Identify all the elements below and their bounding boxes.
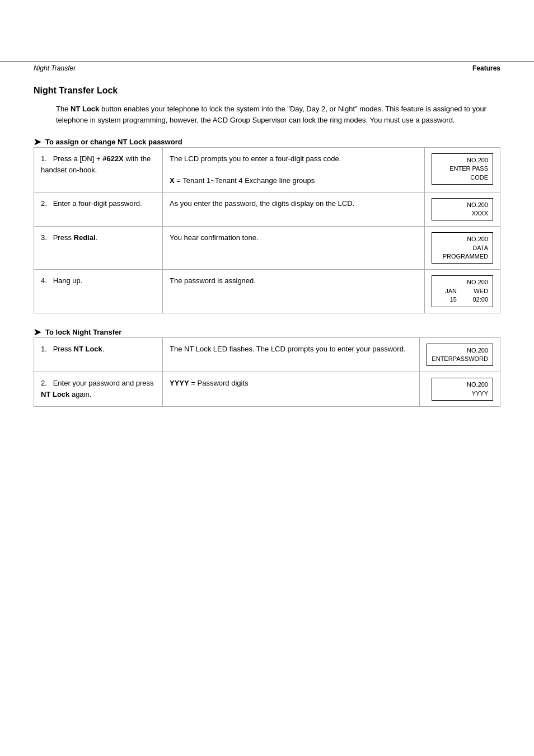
yyyy-label: YYYY: [170, 379, 189, 387]
step4-lcd: NO.200 JAN 15 WED 02:00: [425, 270, 500, 313]
lcd-line1: NO.200: [437, 381, 488, 389]
table-row: 4. Hang up. The password is assigned. NO…: [34, 270, 500, 313]
lcd-display-4: NO.200 JAN 15 WED 02:00: [432, 275, 493, 307]
lcd-left: JAN 15: [437, 287, 457, 304]
step1-lcd: NO.200 ENTER PASS CODE: [425, 148, 500, 192]
header-bar: Night Transfer Features: [0, 62, 534, 74]
s2-step1-action: 1. Press NT Lock.: [34, 337, 163, 372]
step1-action: 1. Press a [DN] + #622X with the handset…: [34, 148, 163, 192]
s2-step2-desc: YYYY = Password digits: [163, 372, 420, 407]
step2-desc: As you enter the password, the digits di…: [163, 192, 425, 227]
header-left: Night Transfer: [34, 64, 76, 72]
step1-desc: The LCD prompts you to enter a four-digi…: [163, 148, 425, 192]
arrow-icon-2: ➤: [34, 327, 41, 337]
arrow-icon: ➤: [34, 137, 41, 147]
lcd-line2: ENTER PASS CODE: [437, 165, 488, 182]
lcd-line2: JAN 15 WED 02:00: [437, 287, 488, 304]
step4-desc: The password is assigned.: [163, 270, 425, 313]
lcd-display-1: NO.200 ENTER PASS CODE: [432, 153, 493, 185]
step3-action: 3. Press Redial.: [34, 227, 163, 270]
section-intro: The NT Lock button enables your telephon…: [34, 104, 500, 125]
page: Night Transfer Features Night Transfer L…: [0, 62, 534, 756]
lcd-display-6: NO.200 YYYY: [432, 378, 493, 401]
table-row: 3. Press Redial. You hear confirmation t…: [34, 227, 500, 270]
step4-action: 4. Hang up.: [34, 270, 163, 313]
main-content: Night Transfer Lock The NT Lock button e…: [0, 74, 534, 443]
step2-lcd: NO.200 XXXX: [425, 192, 500, 227]
lcd-line1: NO.200: [437, 235, 488, 243]
subsection1-heading-text: To assign or change NT Lock password: [45, 138, 182, 146]
table-row: 1. Press a [DN] + #622X with the handset…: [34, 148, 500, 192]
s2-step1-bold: NT Lock: [74, 345, 102, 353]
lcd-line1: NO.200: [432, 346, 488, 355]
lcd-right: PASSWORD: [453, 355, 488, 363]
step3-lcd: NO.200 DATA PROGRAMMED: [425, 227, 500, 270]
subsection1-table: 1. Press a [DN] + #622X with the handset…: [34, 147, 500, 313]
step3-bold: Redial: [74, 233, 96, 242]
subsection2-heading: ➤ To lock Night Transfer: [34, 327, 500, 337]
header-right: Features: [472, 64, 500, 72]
lcd-display-5: NO.200 ENTER PASSWORD: [427, 344, 493, 367]
step1-code: #622X: [102, 154, 124, 163]
subsection2-heading-text: To lock Night Transfer: [45, 328, 121, 336]
lcd-display-3: NO.200 DATA PROGRAMMED: [432, 232, 493, 264]
subsection2-table: 1. Press NT Lock. The NT Lock LED flashe…: [34, 337, 500, 407]
table-row: 1. Press NT Lock. The NT Lock LED flashe…: [34, 337, 500, 372]
lcd-line2: YYYY: [437, 389, 488, 398]
lcd-line1: NO.200: [437, 278, 488, 287]
s2-step2-lcd: NO.200 YYYY: [420, 372, 500, 407]
subsection1-heading: ➤ To assign or change NT Lock password: [34, 137, 500, 147]
intro-text: button enables your telephone to lock th…: [56, 105, 486, 124]
lcd-right: WED 02:00: [457, 287, 488, 304]
table-row: 2. Enter a four-digit password. As you e…: [34, 192, 500, 227]
lcd-line2: XXXX: [437, 209, 488, 218]
s2-step2-action: 2. Enter your password and press NT Lock…: [34, 372, 163, 407]
nt-lock-bold: NT Lock: [71, 105, 99, 113]
lcd-line1: NO.200: [437, 201, 488, 209]
s2-step1-desc: The NT Lock LED flashes. The LCD prompts…: [163, 337, 420, 372]
step2-action: 2. Enter a four-digit password.: [34, 192, 163, 227]
lcd-left: ENTER: [432, 355, 452, 363]
lcd-display-2: NO.200 XXXX: [432, 198, 493, 221]
table-row: 2. Enter your password and press NT Lock…: [34, 372, 500, 407]
s2-step2-bold: NT Lock: [41, 390, 69, 398]
section-title: Night Transfer Lock: [34, 86, 500, 96]
x-label: X: [170, 176, 175, 185]
step3-desc: You hear confirmation tone.: [163, 227, 425, 270]
lcd-line2: DATA PROGRAMMED: [437, 244, 488, 261]
lcd-line2: ENTER PASSWORD: [432, 355, 488, 363]
s2-step1-lcd: NO.200 ENTER PASSWORD: [420, 337, 500, 372]
lcd-line1: NO.200: [437, 156, 488, 165]
